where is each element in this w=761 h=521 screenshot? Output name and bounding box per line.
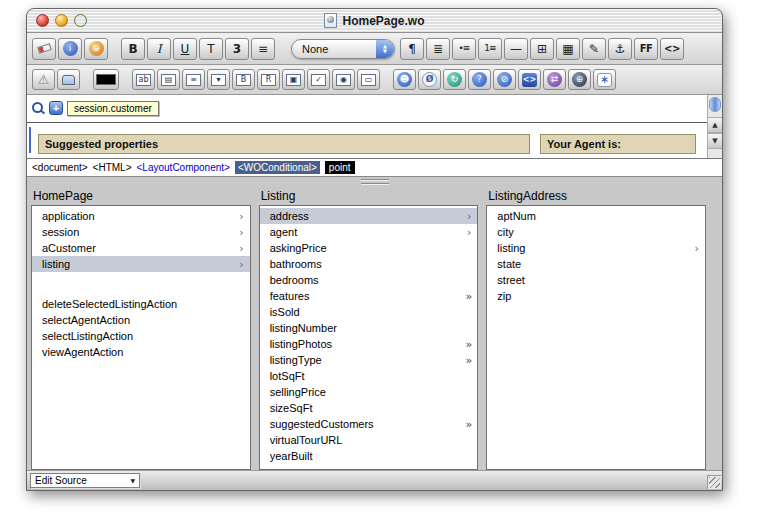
popup-menu-button[interactable]: ▾ [207,69,230,90]
list-item[interactable]: street [487,272,705,288]
list-item[interactable]: selectListingAction [32,328,250,344]
justify-button[interactable]: ≣ [426,38,450,60]
help-element-button[interactable]: ? [468,69,491,90]
checkbox-button[interactable]: ✓ [307,69,330,90]
titlebar[interactable]: HomePage.wo [27,9,722,33]
list-item[interactable]: state [487,256,705,272]
text-field-button[interactable]: ab [132,69,155,90]
path-item[interactable]: point [325,161,355,174]
table-header-cell-agent[interactable]: Your Agent is: [540,134,696,154]
image-submit-button[interactable]: ▣ [282,69,305,90]
magnifier-icon[interactable] [31,101,45,115]
globe-button[interactable]: ⊕ [84,38,108,60]
custom-element-button[interactable]: ∗ [593,69,616,90]
condition-binding-box[interactable]: session.customer [67,101,159,116]
star-icon: ∗ [597,73,612,87]
column-list[interactable]: address›agent›askingPricebathroomsbedroo… [259,205,479,470]
pilcrow-button[interactable]: ¶ [400,38,424,60]
teletype-button[interactable]: T [199,38,223,60]
list-item[interactable]: sizeSqFt [260,400,478,416]
align-button[interactable]: ≡ [251,38,275,60]
repetition-element-button[interactable]: ↻ [443,69,466,90]
list-item[interactable]: application› [32,208,250,224]
list-item[interactable]: sellingPrice [260,384,478,400]
hrule-button[interactable]: — [504,38,528,60]
radio-button[interactable]: ◉ [332,69,355,90]
list-item[interactable]: session› [32,224,250,240]
scroll-up-button[interactable]: ▲ [708,117,722,133]
person-element-button[interactable]: ☻ [393,69,416,90]
zoom-button[interactable] [74,14,87,27]
list-item[interactable]: bathrooms [260,256,478,272]
list-item[interactable]: listing› [487,240,705,256]
path-item[interactable]: <document> [32,162,88,173]
list-item[interactable]: suggestedCustomers» [260,416,478,432]
list-item[interactable]: yearBuilt [260,448,478,464]
anchor-button[interactable]: ⚓ [608,38,632,60]
list-item[interactable]: agent› [260,224,478,240]
web-element-button[interactable]: ⊕ [568,69,591,90]
embed-element-button[interactable]: <> [518,69,541,90]
close-button[interactable] [36,14,49,27]
list-item[interactable]: listingPhotos» [260,336,478,352]
frames-button[interactable]: FF [634,38,658,60]
editor-scrollbar[interactable]: ▲ ▼ [707,95,722,158]
list-item[interactable]: aptNum [487,208,705,224]
paragraph-style-select[interactable]: None▲▼ [291,39,395,59]
scroll-down-button[interactable]: ▼ [708,133,722,149]
eraser-button[interactable] [32,38,56,60]
column-list[interactable]: aptNumcitylisting›statestreetzip [486,205,706,470]
list-item[interactable]: zip [487,288,705,304]
splitter-handle-icon[interactable] [361,179,389,184]
italic-button[interactable]: I [147,38,171,60]
list-item[interactable]: isSold [260,304,478,320]
path-item[interactable]: <WOConditional> [235,161,320,174]
heading-button[interactable]: 3 [225,38,249,60]
numbered-list-button[interactable]: 1≡ [478,38,502,60]
list-item[interactable]: listingType» [260,352,478,368]
browser-list-button[interactable]: ≡ [182,69,205,90]
tab-button[interactable] [57,69,80,90]
list-item[interactable]: virtualTourURL [260,432,478,448]
reset-button[interactable]: R [257,69,280,90]
list-item[interactable]: selectAgentAction [32,312,250,328]
conditional-element-button[interactable]: Ø [418,69,441,90]
minimize-button[interactable] [55,14,68,27]
list-item[interactable]: askingPrice [260,240,478,256]
list-item[interactable]: bedrooms [260,272,478,288]
bullet-list-button[interactable]: •≡ [452,38,476,60]
path-item[interactable]: <LayoutComponent> [137,162,230,173]
color-swatch-button[interactable] [93,69,119,90]
add-binding-button[interactable]: + [49,101,63,115]
path-item[interactable]: <HTML> [93,162,132,173]
image-button[interactable]: ▦ [556,38,580,60]
edit-mode-popup[interactable]: Edit Source ▼ [30,473,140,488]
scrollbar-thumb[interactable] [709,97,721,112]
switch-element-button[interactable]: ⇄ [543,69,566,90]
pen-button[interactable]: ✎ [582,38,606,60]
info-button[interactable]: i [58,38,82,60]
component-editor-canvas[interactable]: + session.customer Suggested properties … [27,95,722,159]
text-area-button[interactable]: ▤ [157,69,180,90]
list-item[interactable]: lotSqFt [260,368,478,384]
pane-splitter[interactable] [27,177,722,185]
column-list[interactable]: application›session›aCustomer›listing›de… [31,205,251,470]
source-button[interactable]: <> [660,38,684,60]
list-item[interactable]: features» [260,288,478,304]
form-button[interactable]: ▭ [357,69,380,90]
list-item[interactable]: listingNumber [260,320,478,336]
list-item[interactable]: viewAgentAction [32,344,250,360]
list-item[interactable]: aCustomer› [32,240,250,256]
hyperlink-element-button[interactable]: ⊘ [493,69,516,90]
validate-button[interactable]: ⚠ [32,69,55,90]
table-header-cell-suggested[interactable]: Suggested properties [38,134,530,154]
list-item[interactable]: address› [260,208,478,224]
underline-button[interactable]: U [173,38,197,60]
list-item[interactable]: listing› [32,256,250,272]
bold-button[interactable]: B [121,38,145,60]
table-button[interactable]: ⊞ [530,38,554,60]
list-item[interactable]: city [487,224,705,240]
submit-button[interactable]: B [232,69,255,90]
resize-grip[interactable] [707,475,721,489]
list-item[interactable]: deleteSelectedListingAction [32,296,250,312]
